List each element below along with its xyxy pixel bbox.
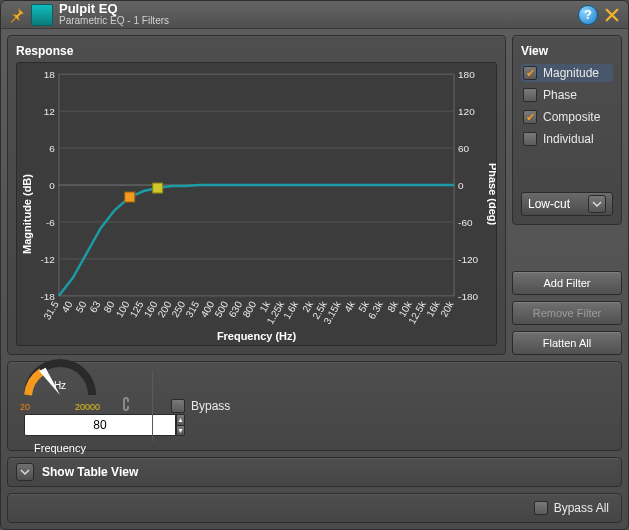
link-icon[interactable]: [118, 394, 134, 418]
view-label: Composite: [543, 110, 600, 124]
add-filter-button[interactable]: Add Filter: [512, 271, 622, 295]
svg-text:18: 18: [44, 69, 56, 80]
checkbox-phase[interactable]: [523, 88, 537, 102]
svg-text:20k: 20k: [438, 299, 456, 318]
filter-type-dropdown[interactable]: Low-cut: [521, 192, 613, 216]
view-label: Individual: [543, 132, 594, 146]
svg-text:4k: 4k: [342, 299, 357, 314]
svg-text:0: 0: [458, 180, 464, 191]
footer-panel: Bypass All: [7, 493, 622, 523]
view-panel: View Magnitude Phase Composite: [512, 35, 622, 225]
filter-handle-1[interactable]: [125, 192, 135, 202]
eq-window: Pulpit EQ Parametric EQ - 1 Filters ? Re…: [0, 0, 629, 530]
scale-high: 20000: [75, 402, 100, 412]
chevron-down-icon[interactable]: [588, 195, 606, 213]
svg-text:16k: 16k: [424, 299, 442, 318]
window-title: Pulpit EQ: [59, 2, 578, 16]
view-item-magnitude[interactable]: Magnitude: [521, 64, 613, 82]
svg-text:100: 100: [114, 299, 132, 319]
svg-text:315: 315: [184, 299, 202, 319]
svg-text:120: 120: [458, 106, 475, 117]
view-item-composite[interactable]: Composite: [521, 108, 613, 126]
svg-text:-180: -180: [458, 291, 478, 302]
bypass-label: Bypass: [191, 399, 230, 413]
gauge-unit: Hz: [20, 380, 100, 391]
title-bar: Pulpit EQ Parametric EQ - 1 Filters ?: [1, 1, 628, 29]
app-icon: [31, 4, 53, 26]
svg-text:12: 12: [44, 106, 56, 117]
svg-text:50: 50: [74, 299, 89, 314]
svg-text:-120: -120: [458, 254, 478, 265]
svg-text:-60: -60: [458, 217, 473, 228]
checkbox-magnitude[interactable]: [523, 66, 537, 80]
flatten-all-button[interactable]: Flatten All: [512, 331, 622, 355]
frequency-label: Frequency: [34, 442, 86, 454]
divider: [152, 371, 153, 441]
svg-text:1.6k: 1.6k: [281, 299, 300, 321]
svg-text:31.5: 31.5: [41, 299, 60, 322]
view-item-phase[interactable]: Phase: [521, 86, 613, 104]
checkbox-individual[interactable]: [523, 132, 537, 146]
svg-text:60: 60: [458, 143, 470, 154]
frequency-gauge[interactable]: Hz: [20, 358, 100, 400]
svg-text:-12: -12: [40, 254, 55, 265]
help-button[interactable]: ?: [578, 5, 598, 25]
frequency-spinner: ▲ ▼: [24, 414, 96, 436]
svg-text:800: 800: [240, 299, 258, 319]
svg-text:400: 400: [198, 299, 216, 319]
svg-text:6.3k: 6.3k: [366, 299, 385, 321]
expand-table-button[interactable]: [16, 463, 34, 481]
response-chart[interactable]: 18 12 6 0 -6 -12 -18 180 120 60: [16, 62, 497, 346]
spinner-up[interactable]: ▲: [176, 414, 185, 425]
bypass-checkbox[interactable]: [171, 399, 185, 413]
view-label: Phase: [543, 88, 577, 102]
frequency-input[interactable]: [24, 414, 176, 436]
bypass-all-label: Bypass All: [554, 501, 609, 515]
view-title: View: [521, 44, 613, 58]
frequency-panel: Hz 20 20000 ▲ ▼ Frequency: [7, 361, 622, 451]
table-view-panel: Show Table View: [7, 457, 622, 487]
view-label: Magnitude: [543, 66, 599, 80]
filter-handle-2[interactable]: [153, 183, 163, 193]
svg-text:180: 180: [458, 69, 475, 80]
svg-text:63: 63: [87, 299, 102, 314]
scale-low: 20: [20, 402, 30, 412]
dropdown-value: Low-cut: [528, 197, 570, 211]
svg-text:160: 160: [142, 299, 160, 319]
bypass-all-checkbox[interactable]: [534, 501, 548, 515]
window-subtitle: Parametric EQ - 1 Filters: [59, 16, 578, 27]
svg-text:-18: -18: [40, 291, 55, 302]
svg-text:200: 200: [156, 299, 174, 319]
svg-text:0: 0: [49, 180, 55, 191]
svg-text:Phase (deg): Phase (deg): [487, 163, 496, 226]
svg-text:Frequency (Hz): Frequency (Hz): [217, 330, 297, 342]
svg-text:Magnitude (dB): Magnitude (dB): [21, 174, 33, 254]
svg-text:40: 40: [60, 299, 75, 314]
checkbox-composite[interactable]: [523, 110, 537, 124]
remove-filter-button[interactable]: Remove Filter: [512, 301, 622, 325]
table-toggle-label[interactable]: Show Table View: [42, 465, 138, 479]
svg-text:250: 250: [170, 299, 188, 319]
svg-text:-6: -6: [46, 217, 55, 228]
response-panel: Response: [7, 35, 506, 355]
svg-text:125: 125: [128, 299, 146, 319]
view-item-individual[interactable]: Individual: [521, 130, 613, 148]
svg-text:630: 630: [226, 299, 244, 319]
svg-text:6: 6: [49, 143, 55, 154]
response-title: Response: [16, 44, 497, 58]
close-button[interactable]: [602, 5, 622, 25]
spinner-down[interactable]: ▼: [176, 425, 185, 437]
svg-text:500: 500: [212, 299, 230, 319]
pin-button[interactable]: [7, 5, 27, 25]
